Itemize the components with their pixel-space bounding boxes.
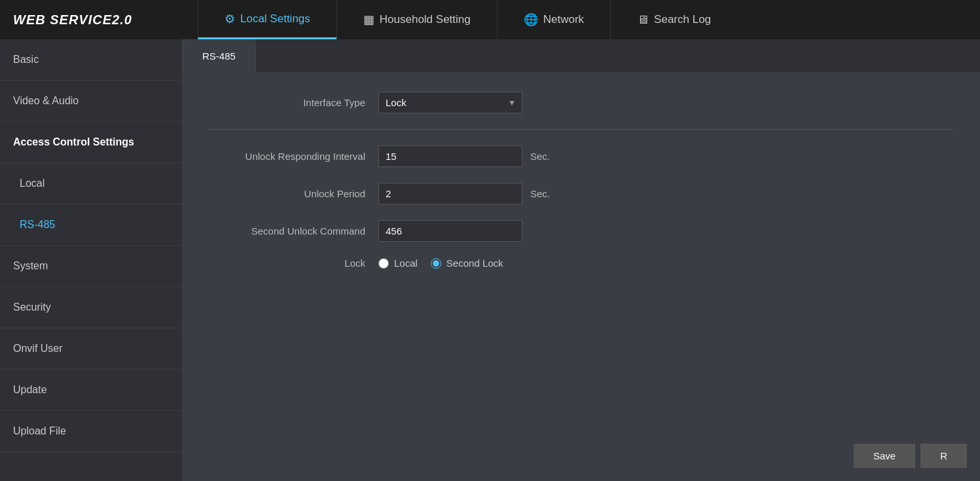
top-nav: WEB SERVICE2.0 ⚙ Local Settings ▦ Househ…: [0, 0, 980, 39]
second-unlock-command-input[interactable]: [378, 220, 522, 242]
sidebar-item-upload-file[interactable]: Upload File: [0, 411, 182, 452]
nav-tab-household-label: Household Setting: [380, 13, 471, 26]
sidebar-item-access-control[interactable]: Access Control Settings: [0, 122, 182, 163]
unlock-responding-interval-label: Unlock Responding Interval: [208, 151, 378, 162]
sidebar-item-onvif-user[interactable]: Onvif User: [0, 328, 182, 370]
main-layout: Basic Video & Audio Access Control Setti…: [0, 39, 980, 481]
unlock-responding-interval-input[interactable]: [378, 145, 522, 167]
interface-type-row: Interface Type Lock ATM None: [208, 92, 954, 113]
unlock-responding-interval-row: Unlock Responding Interval Sec.: [208, 145, 954, 167]
sidebar-item-basic[interactable]: Basic: [0, 39, 182, 81]
nav-tab-network[interactable]: 🌐 Network: [497, 0, 610, 39]
log-icon: 🖥: [637, 13, 649, 27]
household-icon: ▦: [363, 12, 374, 27]
sidebar-item-system[interactable]: System: [0, 246, 182, 287]
unlock-period-label: Unlock Period: [208, 188, 378, 199]
nav-tab-network-label: Network: [543, 13, 584, 26]
network-icon: 🌐: [524, 12, 538, 27]
sidebar-item-update[interactable]: Update: [0, 370, 182, 411]
unlock-period-input[interactable]: [378, 183, 522, 204]
form-area: Interface Type Lock ATM None Unlock Resp…: [182, 72, 980, 304]
nav-tab-household-setting[interactable]: ▦ Household Setting: [336, 0, 497, 39]
lock-option-local[interactable]: Local: [378, 258, 418, 269]
second-unlock-command-row: Second Unlock Command: [208, 220, 954, 242]
nav-tab-local-settings[interactable]: ⚙ Local Settings: [198, 0, 336, 39]
refresh-button[interactable]: R: [920, 444, 967, 468]
unlock-responding-interval-unit: Sec.: [530, 151, 550, 162]
sidebar-item-local[interactable]: Local: [0, 163, 182, 204]
button-bar: Save R: [854, 444, 967, 468]
lock-row: Lock Local Second Lock: [208, 258, 954, 269]
interface-type-select[interactable]: Lock ATM None: [378, 92, 522, 113]
panel-tab-rs485[interactable]: RS-485: [182, 39, 256, 72]
lock-radio-second-lock[interactable]: [431, 258, 441, 269]
nav-tab-search-log[interactable]: 🖥 Search Log: [610, 0, 737, 39]
sidebar-item-security[interactable]: Security: [0, 287, 182, 328]
lock-radio-local[interactable]: [378, 258, 389, 269]
lock-label: Lock: [208, 258, 378, 269]
unlock-period-unit: Sec.: [530, 188, 550, 199]
sidebar-item-video-audio[interactable]: Video & Audio: [0, 81, 182, 122]
interface-type-label: Interface Type: [208, 97, 378, 108]
sidebar-item-rs-485[interactable]: RS-485: [0, 204, 182, 246]
nav-tabs: ⚙ Local Settings ▦ Household Setting 🌐 N…: [198, 0, 980, 39]
lock-option-second-lock[interactable]: Second Lock: [431, 258, 503, 269]
brand-logo: WEB SERVICE2.0: [0, 0, 198, 39]
gear-icon: ⚙: [225, 12, 235, 26]
unlock-period-row: Unlock Period Sec.: [208, 183, 954, 204]
separator: [208, 129, 954, 130]
second-unlock-command-label: Second Unlock Command: [208, 225, 378, 237]
content-area: RS-485 Interface Type Lock ATM None: [182, 39, 980, 481]
sidebar: Basic Video & Audio Access Control Setti…: [0, 39, 182, 481]
nav-tab-search-log-label: Search Log: [654, 13, 711, 26]
nav-tab-local-settings-label: Local Settings: [240, 12, 310, 26]
interface-type-select-wrapper: Lock ATM None: [378, 92, 522, 113]
save-button[interactable]: Save: [854, 444, 915, 468]
lock-radio-group: Local Second Lock: [378, 258, 503, 269]
panel-tabs: RS-485: [182, 39, 980, 72]
